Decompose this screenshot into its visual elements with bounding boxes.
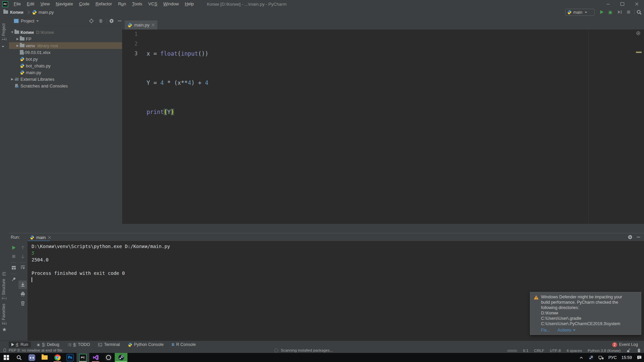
print-button[interactable] (20, 291, 25, 297)
action-center-icon[interactable] (637, 355, 642, 360)
toolwindow-python-console-button[interactable]: Python Console (125, 342, 166, 348)
menu-navigate[interactable]: Navigate (53, 0, 76, 8)
stripe-favorites-button[interactable]: 2: Favorites (1, 304, 6, 325)
menu-tools[interactable]: Tools (129, 0, 145, 8)
collapsed-twisty-icon[interactable]: ▶ (15, 37, 20, 41)
menu-window[interactable]: Window (160, 0, 182, 8)
hide-panel-button[interactable] (636, 235, 641, 240)
menu-help[interactable]: Help (182, 0, 197, 8)
actions-dropdown[interactable]: Actions (557, 328, 576, 333)
line-separator[interactable]: CRLF (534, 349, 544, 353)
collapsed-twisty-icon[interactable]: ▶ (10, 77, 14, 81)
stripe-structure-button[interactable]: 7: Structure (1, 279, 6, 300)
run-with-coverage-button[interactable] (617, 9, 623, 15)
debug-button[interactable] (607, 9, 613, 15)
inspection-highlighting-eye-icon[interactable] (636, 31, 641, 36)
editor-tab-main-py[interactable]: main.py (125, 20, 157, 29)
menu-code[interactable]: Code (76, 0, 93, 8)
editor-run-splitter[interactable] (122, 224, 644, 233)
close-window-button[interactable] (630, 0, 644, 8)
taskbar-obs[interactable] (102, 353, 115, 362)
taskbar-pycharm[interactable]: PC (76, 353, 89, 362)
taskbar-file-explorer[interactable] (38, 353, 51, 362)
event-log-button[interactable]: 2 Event Log (612, 342, 638, 347)
settings-gear-icon[interactable] (109, 18, 114, 23)
tree-item-external-libraries[interactable]: ▶ External Libraries (9, 76, 54, 82)
soft-wrap-button[interactable] (20, 264, 25, 270)
taskbar-visual-studio[interactable] (89, 353, 102, 362)
file-encoding[interactable]: UTF-8 (550, 349, 561, 353)
taskbar-chrome[interactable] (51, 353, 64, 362)
menu-edit[interactable]: Edit (24, 0, 37, 8)
steam-tray-icon[interactable] (588, 355, 594, 360)
taskbar-photoshop[interactable]: Ps (64, 353, 76, 362)
editor-gutter: 1 2 3 (122, 29, 138, 59)
bug-icon (36, 343, 41, 347)
toolwindow-todo-button[interactable]: 6: TODO (65, 342, 93, 348)
hide-panel-button[interactable] (117, 18, 122, 23)
menu-view[interactable]: View (37, 0, 53, 8)
close-tab-icon[interactable] (152, 23, 155, 26)
pin-tab-button[interactable] (11, 277, 16, 282)
restore-layout-button[interactable] (11, 265, 16, 270)
tree-item-scratches[interactable]: Scratches and Consoles (9, 82, 68, 89)
expanded-twisty-icon[interactable]: ▼ (10, 31, 14, 34)
toolwindow-r-console-button[interactable]: R R Console (169, 342, 199, 348)
scroll-to-end-button[interactable] (20, 282, 25, 287)
warning-icon (534, 295, 539, 300)
memory-indicator[interactable] (507, 350, 517, 352)
run-configuration-name: main (573, 10, 582, 15)
tree-item-xlsx[interactable]: 09.03.01.xlsx (9, 49, 51, 56)
notification-popup[interactable]: Windows Defender might be impacting your… (530, 292, 641, 335)
network-icon[interactable] (598, 355, 604, 360)
menu-refactor[interactable]: Refactor (93, 0, 115, 8)
run-configuration-selector[interactable]: main (565, 9, 595, 16)
start-button[interactable] (0, 353, 13, 362)
tree-item-bot-py[interactable]: bot.py (9, 56, 38, 62)
project-panel-title[interactable]: Project (21, 18, 34, 23)
collapse-all-button[interactable] (98, 18, 103, 23)
collapsed-twisty-icon[interactable]: ▶ (15, 44, 20, 47)
python-file-icon (20, 63, 24, 68)
tree-item-bot-chats-py[interactable]: bot_chats.py (9, 62, 51, 69)
menu-vcs[interactable]: VCS (145, 0, 160, 8)
code-editor[interactable]: 1 2 3 x = float(input()) Y = 4 * (x**4) … (122, 29, 644, 224)
taskbar-search-button[interactable] (13, 353, 25, 362)
taskbar-discord[interactable] (25, 353, 38, 362)
fix-link[interactable]: Fix... (541, 328, 550, 333)
search-everywhere-button[interactable] (636, 9, 642, 15)
unlock-icon[interactable] (626, 348, 631, 353)
minimize-window-button[interactable] (601, 0, 615, 8)
tree-item-venv[interactable]: ▶ venv library root (9, 42, 128, 49)
locate-file-button[interactable] (89, 18, 94, 23)
maximize-window-button[interactable] (615, 0, 630, 8)
tree-item-project-root[interactable]: ▼ Копии D:\Копии (9, 29, 54, 36)
background-task-message[interactable]: Scanning installed packages... (281, 348, 333, 352)
taskbar-steam[interactable] (115, 353, 127, 362)
language-indicator[interactable]: РУС (608, 355, 617, 360)
tree-item-fp[interactable]: ▶ FP (9, 36, 32, 42)
run-button[interactable] (599, 9, 604, 15)
rerun-button[interactable] (11, 245, 16, 250)
breadcrumb-project[interactable]: Копии (10, 10, 23, 15)
menu-file[interactable]: File (11, 0, 24, 8)
run-tab-main[interactable]: main (28, 234, 53, 241)
tree-item-main-py[interactable]: main.py (9, 69, 41, 76)
menu-run[interactable]: Run (115, 0, 129, 8)
inspector-profile-icon[interactable] (637, 348, 641, 353)
toolwindow-run-button[interactable]: 4: Run (9, 342, 31, 348)
stripe-project-button[interactable]: 1: Project (1, 23, 6, 41)
indent-style[interactable]: 4 spaces (567, 349, 582, 353)
console-caret-line (32, 277, 644, 283)
show-hidden-icons-chevron[interactable] (579, 355, 584, 360)
toolwindow-terminal-button[interactable]: Terminal (95, 342, 122, 348)
python-interpreter[interactable]: Python 3.8 (Копии) (588, 349, 621, 353)
breadcrumb-file[interactable]: main.py (39, 10, 54, 15)
settings-gear-icon[interactable] (628, 235, 633, 240)
status-message[interactable]: PEP 8: no newline at end of file (9, 348, 62, 352)
clear-all-button[interactable] (20, 301, 25, 306)
clock[interactable]: 15:59 (622, 355, 632, 360)
caret-position[interactable]: 6:1 (523, 349, 528, 353)
toolwindow-debug-button[interactable]: 5: Debug (34, 342, 62, 348)
close-tab-icon[interactable] (48, 236, 51, 239)
